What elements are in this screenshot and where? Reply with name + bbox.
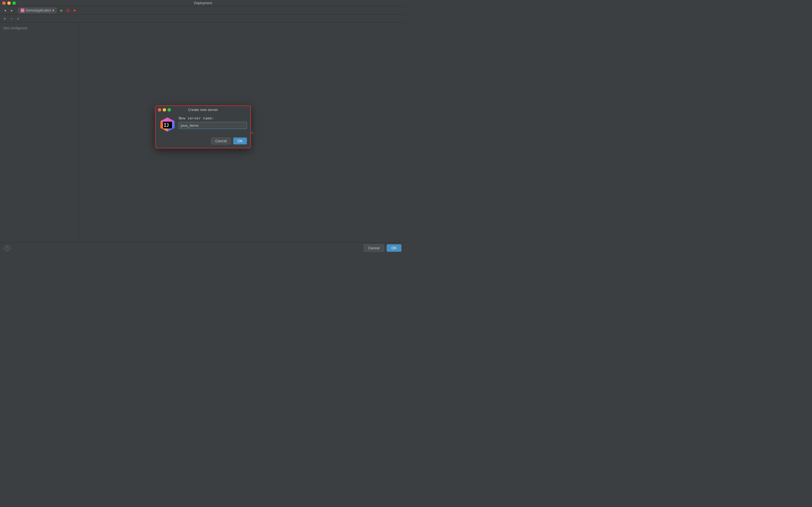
dialog-close-button[interactable] bbox=[158, 108, 161, 112]
server-name-input[interactable] bbox=[179, 122, 247, 129]
dialog-buttons: Cancel OK bbox=[156, 136, 250, 148]
dialog-cancel-button[interactable]: Cancel bbox=[211, 137, 231, 145]
dialog-minimize-button[interactable] bbox=[163, 108, 166, 112]
svg-text:IJ: IJ bbox=[164, 123, 169, 128]
dialog-form: New server name: bbox=[179, 116, 247, 133]
dialog-title: Create new server bbox=[188, 108, 218, 112]
modal-overlay: Create new server bbox=[0, 0, 406, 253]
dialog-title-bar: Create new server bbox=[156, 106, 250, 114]
dialog-body: IJ New server name: bbox=[156, 114, 250, 136]
dialog-ok-button[interactable]: OK bbox=[233, 137, 247, 145]
dialog-window-controls bbox=[158, 108, 171, 112]
intellij-logo-icon: IJ bbox=[159, 116, 176, 133]
dialog-maximize-button[interactable] bbox=[167, 108, 171, 112]
create-server-dialog: Create new server bbox=[155, 105, 251, 149]
server-name-label: New server name: bbox=[179, 116, 247, 120]
